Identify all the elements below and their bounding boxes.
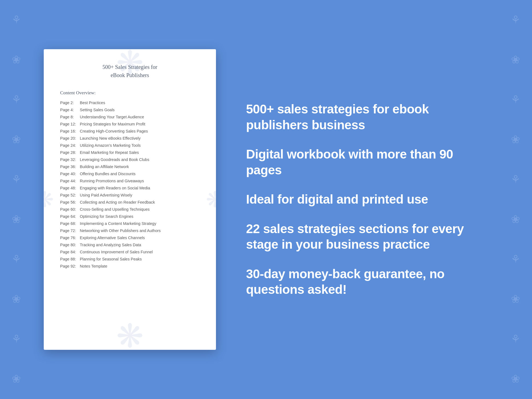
table-of-contents-item: Page 8:Understanding Your Target Audienc…: [60, 115, 200, 119]
toc-page-number: Page 8:: [60, 115, 80, 119]
table-of-contents-item: Page 40:Offering Bundles and Discounts: [60, 172, 200, 176]
toc-chapter-title: Offering Bundles and Discounts: [80, 172, 136, 176]
table-of-contents-item: Page 4:Setting Sales Goals: [60, 108, 200, 112]
table-of-contents-item: Page 20:Launching New eBooks Effectively: [60, 136, 200, 140]
toc-chapter-title: Notes Template: [80, 264, 107, 268]
table-of-contents-item: Page 84:Continuous Improvement of Sales …: [60, 250, 200, 254]
table-of-contents-item: Page 28:Email Marketing for Repeat Sales: [60, 150, 200, 155]
table-of-contents-item: Page 36:Building an Affiliate Network: [60, 165, 200, 169]
table-of-contents-item: Page 76:Exploring Alternative Sales Chan…: [60, 236, 200, 240]
toc-chapter-title: Implementing a Content Marketing Strateg…: [80, 221, 156, 226]
toc-chapter-title: Utilizing Amazon's Marketing Tools: [80, 143, 141, 148]
table-of-contents: Page 2:Best PracticesPage 4:Setting Sale…: [60, 101, 200, 268]
toc-page-number: Page 84:: [60, 250, 80, 254]
toc-page-number: Page 12:: [60, 122, 80, 126]
table-of-contents-item: Page 88:Planning for Seasonal Sales Peak…: [60, 257, 200, 261]
toc-chapter-title: Creating High-Converting Sales Pages: [80, 129, 148, 133]
table-of-contents-item: Page 72:Networking with Other Publishers…: [60, 228, 200, 233]
toc-page-number: Page 88:: [60, 257, 80, 261]
toc-page-number: Page 72:: [60, 228, 80, 233]
toc-page-number: Page 24:: [60, 143, 80, 148]
toc-page-number: Page 28:: [60, 150, 80, 155]
content-overview-label: Content Overview:: [60, 90, 200, 96]
right-panel: 500+ sales strategies for ebook publishe…: [238, 101, 488, 298]
table-of-contents-item: Page 56:Collecting and Acting on Reader …: [60, 200, 200, 204]
toc-page-number: Page 76:: [60, 236, 80, 240]
doc-pattern-left: ❋: [44, 187, 54, 212]
table-of-contents-item: Page 60:Cross-Selling and Upselling Tech…: [60, 207, 200, 212]
table-of-contents-item: Page 2:Best Practices: [60, 101, 200, 105]
toc-chapter-title: Tracking and Analyzing Sales Data: [80, 243, 141, 247]
toc-page-number: Page 40:: [60, 172, 80, 176]
feature-text: 30-day money-back guarantee, no question…: [246, 266, 488, 298]
toc-page-number: Page 52:: [60, 193, 80, 197]
toc-page-number: Page 64:: [60, 214, 80, 219]
toc-chapter-title: Building an Affiliate Network: [80, 165, 129, 169]
toc-page-number: Page 60:: [60, 207, 80, 212]
toc-chapter-title: Collecting and Acting on Reader Feedback: [80, 200, 155, 204]
toc-chapter-title: Exploring Alternative Sales Channels: [80, 236, 145, 240]
toc-chapter-title: Running Promotions and Giveaways: [80, 179, 144, 183]
toc-page-number: Page 36:: [60, 165, 80, 169]
toc-page-number: Page 44:: [60, 179, 80, 183]
toc-chapter-title: Best Practices: [80, 101, 105, 105]
toc-chapter-title: Optimizing for Search Engines: [80, 214, 133, 219]
toc-chapter-title: Engaging with Readers on Social Media: [80, 186, 150, 190]
toc-chapter-title: Leveraging Goodreads and Book Clubs: [80, 157, 149, 162]
table-of-contents-item: Page 68:Implementing a Content Marketing…: [60, 221, 200, 226]
table-of-contents-item: Page 24:Utilizing Amazon's Marketing Too…: [60, 143, 200, 148]
doc-pattern-right: ❋: [206, 187, 216, 212]
toc-chapter-title: Planning for Seasonal Sales Peaks: [80, 257, 142, 261]
main-layout: ❋ ❋ ❋ ❋ 500+ Sales Strategies for eBook …: [0, 0, 532, 399]
table-of-contents-item: Page 16:Creating High-Converting Sales P…: [60, 129, 200, 133]
toc-chapter-title: Networking with Other Publishers and Aut…: [80, 228, 161, 233]
table-of-contents-item: Page 52:Using Paid Advertising Wisely: [60, 193, 200, 197]
feature-text: Digital workbook with more than 90 pages: [246, 146, 488, 178]
feature-text: 22 sales strategies sections for every s…: [246, 221, 488, 253]
toc-page-number: Page 16:: [60, 129, 80, 133]
toc-chapter-title: Using Paid Advertising Wisely: [80, 193, 132, 197]
toc-chapter-title: Setting Sales Goals: [80, 108, 115, 112]
toc-chapter-title: Pricing Strategies for Maximum Profit: [80, 122, 145, 126]
toc-page-number: Page 92:: [60, 264, 80, 268]
toc-chapter-title: Launching New eBooks Effectively: [80, 136, 141, 140]
table-of-contents-item: Page 92:Notes Template: [60, 264, 200, 268]
toc-chapter-title: Email Marketing for Repeat Sales: [80, 150, 139, 155]
toc-page-number: Page 48:: [60, 186, 80, 190]
table-of-contents-item: Page 64:Optimizing for Search Engines: [60, 214, 200, 219]
table-of-contents-item: Page 48:Engaging with Readers on Social …: [60, 186, 200, 190]
toc-page-number: Page 80:: [60, 243, 80, 247]
feature-text: Ideal for digital and printed use: [246, 192, 488, 207]
toc-page-number: Page 32:: [60, 157, 80, 162]
table-of-contents-item: Page 80:Tracking and Analyzing Sales Dat…: [60, 243, 200, 247]
toc-chapter-title: Cross-Selling and Upselling Techniques: [80, 207, 150, 212]
table-of-contents-item: Page 32:Leveraging Goodreads and Book Cl…: [60, 157, 200, 162]
doc-pattern-top: ❋: [116, 49, 144, 82]
toc-chapter-title: Understanding Your Target Audience: [80, 115, 144, 119]
table-of-contents-item: Page 12:Pricing Strategies for Maximum P…: [60, 122, 200, 126]
document-preview: ❋ ❋ ❋ ❋ 500+ Sales Strategies for eBook …: [44, 49, 216, 350]
toc-page-number: Page 56:: [60, 200, 80, 204]
toc-page-number: Page 2:: [60, 101, 80, 105]
table-of-contents-item: Page 44:Running Promotions and Giveaways: [60, 179, 200, 183]
toc-chapter-title: Continuous Improvement of Sales Funnel: [80, 250, 153, 254]
toc-page-number: Page 20:: [60, 136, 80, 140]
toc-page-number: Page 4:: [60, 108, 80, 112]
toc-page-number: Page 68:: [60, 221, 80, 226]
doc-pattern-bottom: ❋: [116, 317, 144, 350]
feature-text: 500+ sales strategies for ebook publishe…: [246, 101, 488, 133]
